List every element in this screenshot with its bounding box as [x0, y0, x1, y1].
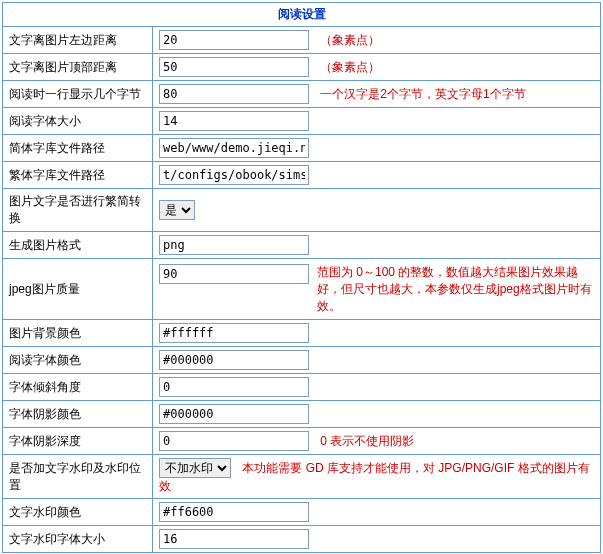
label-left-margin: 文字离图片左边距离 [3, 27, 153, 54]
input-shadow-depth[interactable] [159, 431, 309, 451]
label-bytes-per-line: 阅读时一行显示几个字节 [3, 81, 153, 108]
input-wm-color[interactable] [159, 502, 309, 522]
label-watermark: 是否加文字水印及水印位置 [3, 455, 153, 499]
desc-top-margin: （象素点） [320, 60, 380, 74]
input-bg-color[interactable] [159, 323, 309, 343]
label-bg-color: 图片背景颜色 [3, 320, 153, 347]
input-font-angle[interactable] [159, 377, 309, 397]
desc-jpeg-quality: 范围为 0～100 的整数，数值越大结果图片效果越好，但尺寸也越大，本参数仅生成… [317, 264, 594, 314]
label-wm-color: 文字水印颜色 [3, 499, 153, 526]
label-convert: 图片文字是否进行繁简转换 [3, 189, 153, 232]
desc-bytes-per-line: 一个汉字是2个字节，英文字母1个字节 [320, 87, 525, 101]
input-trad-font-path[interactable] [159, 165, 309, 185]
select-convert[interactable]: 是 [159, 200, 195, 220]
section-header: 阅读设置 [3, 3, 601, 27]
settings-table: 阅读设置 文字离图片左边距离 （象素点） 文字离图片顶部距离 （象素点） 阅读时… [2, 2, 601, 553]
input-top-margin[interactable] [159, 57, 309, 77]
select-watermark[interactable]: 不加水印 [159, 458, 231, 478]
input-font-size[interactable] [159, 111, 309, 131]
label-top-margin: 文字离图片顶部距离 [3, 54, 153, 81]
label-shadow-color: 字体阴影颜色 [3, 401, 153, 428]
label-img-format: 生成图片格式 [3, 232, 153, 259]
label-simp-font-path: 简体字库文件路径 [3, 135, 153, 162]
label-font-color: 阅读字体颜色 [3, 347, 153, 374]
input-img-format[interactable] [159, 235, 309, 255]
input-simp-font-path[interactable] [159, 138, 309, 158]
input-wm-font-size[interactable] [159, 529, 309, 549]
label-trad-font-path: 繁体字库文件路径 [3, 162, 153, 189]
input-bytes-per-line[interactable] [159, 84, 309, 104]
label-jpeg-quality: jpeg图片质量 [3, 259, 153, 320]
input-left-margin[interactable] [159, 30, 309, 50]
label-font-size: 阅读字体大小 [3, 108, 153, 135]
input-jpeg-quality[interactable] [159, 264, 309, 284]
label-wm-font-size: 文字水印字体大小 [3, 526, 153, 553]
desc-left-margin: （象素点） [320, 33, 380, 47]
label-shadow-depth: 字体阴影深度 [3, 428, 153, 455]
input-shadow-color[interactable] [159, 404, 309, 424]
label-font-angle: 字体倾斜角度 [3, 374, 153, 401]
desc-shadow-depth: 0 表示不使用阴影 [320, 434, 414, 448]
input-font-color[interactable] [159, 350, 309, 370]
